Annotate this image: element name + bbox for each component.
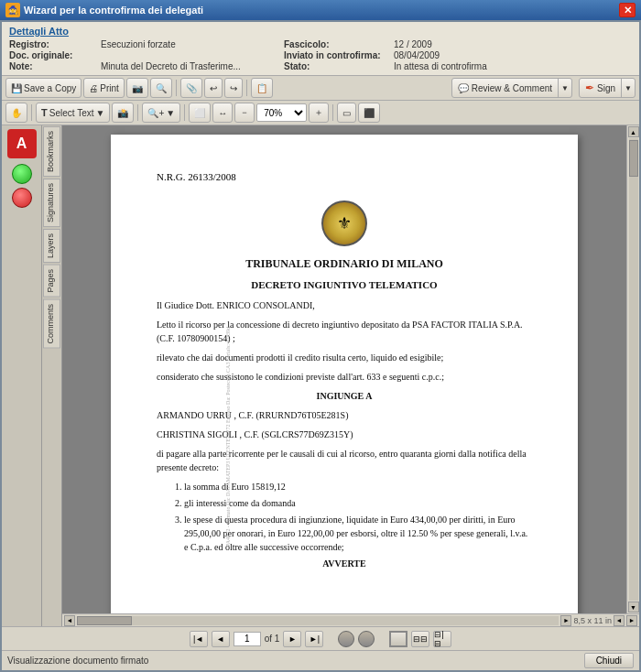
layers-tab[interactable]: Layers: [43, 229, 60, 263]
scroll-track-h: [77, 616, 559, 625]
app-icon: 🧙: [5, 3, 20, 17]
fit-width-icon: ↔: [218, 108, 227, 118]
spread-button[interactable]: ⊟|⊟: [433, 631, 451, 647]
attach-icon: 📎: [186, 83, 197, 93]
bottom-navigation: |◄ ◄ of 1 ► ►| ⊟⊟ ⊟|⊟: [2, 626, 639, 650]
court-emblem: ⚜: [157, 201, 532, 246]
multi-page-button[interactable]: ⊟⊟: [411, 631, 429, 647]
review-icon: 💬: [458, 83, 469, 93]
snapshot-button[interactable]: 📸: [112, 103, 134, 123]
horizontal-scrollbar: ◄ ► 8,5 x 11 in ◄ ►: [62, 613, 639, 626]
snapshot-icon: 📸: [117, 108, 128, 118]
inviato-label: Inviato in controfirma:: [284, 50, 394, 60]
minus-icon: －: [240, 106, 249, 119]
attach-button[interactable]: 📎: [180, 78, 202, 98]
last-page-button[interactable]: ►|: [305, 631, 323, 647]
separator-1: [176, 80, 177, 96]
judge-line: Il Giudice Dott. ENRICO CONSOLANDI,: [157, 298, 532, 312]
title-bar: 🧙 Wizard per la controfirma dei delegati…: [0, 0, 641, 20]
list-item-1: la somma di Euro 15819,12: [184, 480, 532, 493]
redo-icon: ↪: [230, 83, 237, 93]
single-page-nav-button[interactable]: [389, 631, 407, 647]
zoom-in-icon: 🔍+: [147, 108, 164, 118]
note-value: Minuta del Decreto di Trasferime...: [101, 61, 284, 71]
camera-icon: 📷: [132, 83, 143, 93]
pdf-scroll[interactable]: PA4P72 - Firmato Da: DATAMATEP3 UTENTE75…: [62, 125, 626, 613]
search-button[interactable]: 🔍: [150, 78, 172, 98]
scroll-thumb-h[interactable]: [77, 616, 132, 625]
body1: Letto il ricorso per la concessione di d…: [157, 318, 532, 345]
comments-tab[interactable]: Comments: [43, 299, 60, 349]
nav-circle-2[interactable]: [358, 631, 375, 647]
hand-tool-button[interactable]: ✋: [5, 103, 27, 123]
details-title: Dettagli Atto: [9, 26, 632, 37]
details-bar: Dettagli Atto Registro: Esecuzioni forza…: [2, 22, 639, 76]
next-page-button[interactable]: ►: [283, 631, 301, 647]
zoom-in-button[interactable]: 🔍+ ▼: [142, 103, 180, 123]
camera-button[interactable]: 📷: [126, 78, 148, 98]
body4: di pagare alla parte ricorrente per le c…: [157, 447, 532, 474]
green-status-button[interactable]: [12, 164, 32, 184]
scroll-left-button[interactable]: ◄: [64, 615, 75, 626]
signatures-tab[interactable]: Signatures: [43, 179, 60, 227]
single-page-button[interactable]: ▭: [337, 103, 356, 123]
redo-button[interactable]: ↪: [224, 78, 243, 98]
chiudi-button[interactable]: Chiudi: [584, 653, 634, 668]
scroll-down-button[interactable]: ▼: [628, 602, 639, 612]
print-icon: 🖨: [89, 83, 98, 93]
zoom-select[interactable]: 70% 50% 100% 125% 150%: [256, 103, 307, 122]
select-text-button[interactable]: T Select Text ▼: [36, 103, 110, 123]
scroll-right2-button[interactable]: ►: [626, 615, 637, 626]
scroll-left2-button[interactable]: ◄: [614, 615, 625, 626]
pdf-scroll-container: PA4P72 - Firmato Da: DATAMATEP3 UTENTE75…: [62, 125, 639, 613]
main-toolbar: 💾 Save a Copy 🖨 Print 📷 🔍 📎 ↩ ↪ 📋: [2, 76, 639, 101]
zoom-out-button[interactable]: －: [234, 103, 255, 123]
save-icon: 💾: [11, 83, 22, 93]
left-panel: A: [2, 125, 42, 626]
scroll-right-button[interactable]: ►: [560, 615, 571, 626]
stato-label: Stato:: [284, 61, 394, 71]
separator-4: [137, 104, 138, 121]
list-item-3: le spese di questa procedura di ingiunzi…: [184, 513, 532, 554]
scroll-up-button[interactable]: ▲: [628, 126, 639, 137]
page-number-input[interactable]: [234, 632, 261, 646]
note-label: Note:: [9, 61, 101, 71]
first-page-button[interactable]: |◄: [190, 631, 208, 647]
list-item-2: gli interessi come da domanda: [184, 496, 532, 510]
sign-button[interactable]: ✒ Sign ▼: [579, 78, 636, 98]
bookmarks-tab[interactable]: Bookmarks: [43, 126, 60, 177]
forms-button[interactable]: 📋: [251, 78, 273, 98]
pages-tab[interactable]: Pages: [43, 265, 60, 298]
plus-icon: ＋: [314, 106, 323, 119]
scroll-thumb-v[interactable]: [629, 140, 638, 177]
defendant1: ARMANDO URRU , C.F. (RRURND76T05E281S): [157, 408, 532, 422]
save-copy-button[interactable]: 💾 Save a Copy: [5, 78, 81, 98]
fit-width-button[interactable]: ↔: [212, 103, 233, 123]
ingiunge-title: INGIUNGE A: [157, 389, 532, 403]
details-grid: Registro: Esecuzioni forzate Fascicolo: …: [9, 39, 632, 71]
emblem-image: ⚜: [321, 201, 367, 246]
separator-6: [332, 104, 333, 121]
print-button[interactable]: 🖨 Print: [83, 78, 125, 98]
fascicolo-label: Fascicolo:: [284, 39, 394, 49]
prev-page-button[interactable]: ◄: [212, 631, 230, 647]
red-status-button[interactable]: [12, 188, 32, 208]
sign-dropdown-arrow[interactable]: ▼: [622, 79, 635, 97]
right-scrollbar: ▲ ▼: [626, 125, 639, 613]
review-dropdown-arrow[interactable]: ▼: [559, 79, 571, 97]
view-toolbar: ✋ T Select Text ▼ 📸 🔍+ ▼ ⬜ ↔ － 70% 50% 1…: [2, 101, 639, 125]
review-comment-button[interactable]: 💬 Review & Comment ▼: [451, 78, 572, 98]
scroll-track-v: [629, 138, 638, 601]
undo-icon: ↩: [210, 83, 217, 93]
nav-circle-1[interactable]: [338, 631, 354, 647]
fit-page-button[interactable]: ⬜: [189, 103, 211, 123]
zoom-plus-button[interactable]: ＋: [309, 103, 329, 123]
continuous-button[interactable]: ⬛: [358, 103, 380, 123]
case-number: N.R.G. 26133/2008: [157, 171, 532, 182]
doc-originale-value: [101, 50, 284, 60]
content-area: A Bookmarks Signatures Layers Pages Comm…: [2, 125, 639, 626]
acrobat-logo: A: [7, 129, 37, 158]
undo-button[interactable]: ↩: [204, 78, 223, 98]
main-container: Dettagli Atto Registro: Esecuzioni forza…: [0, 20, 641, 672]
close-window-button[interactable]: ✕: [619, 3, 636, 17]
